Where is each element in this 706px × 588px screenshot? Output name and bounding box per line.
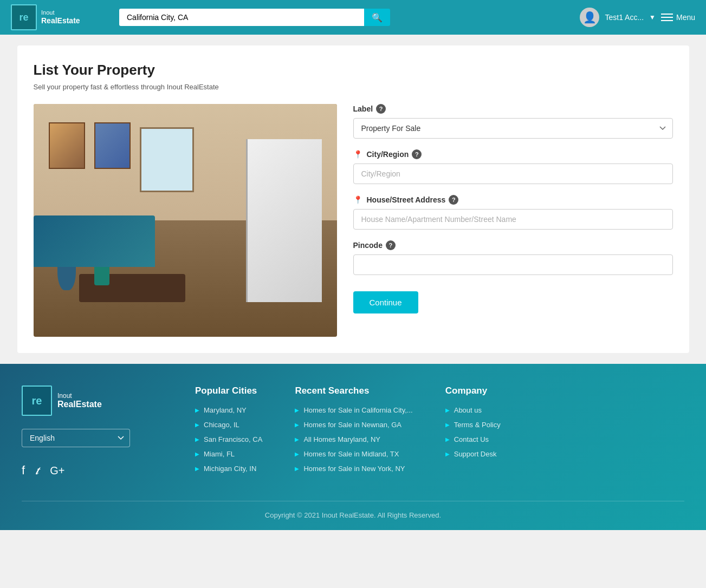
company-links-list: ▶ About us ▶ Terms & Policy ▶ Contact Us… — [445, 406, 501, 458]
chevron-right-icon: ▶ — [445, 422, 450, 428]
chevron-right-icon: ▶ — [445, 451, 450, 457]
pincode-label-text: Pincode — [353, 241, 383, 250]
facebook-icon[interactable]: f — [22, 463, 25, 478]
footer-popular-cities: Popular Cities ▶ Maryland, NY ▶ Chicago,… — [195, 386, 262, 479]
chevron-right-icon: ▶ — [445, 407, 450, 413]
pincode-field-label: Pincode ? — [353, 240, 673, 250]
logo-area: re Inout RealEstate — [11, 4, 108, 30]
label-help-icon[interactable]: ? — [376, 104, 386, 114]
list-item: ▶ Support Desk — [445, 450, 501, 458]
avatar: 👤 — [580, 8, 599, 27]
footer-company: Company ▶ About us ▶ Terms & Policy ▶ Co… — [445, 386, 501, 479]
chevron-right-icon: ▶ — [295, 407, 299, 413]
list-item: ▶ Maryland, NY — [195, 406, 262, 414]
address-input[interactable] — [353, 209, 673, 230]
room-photo — [34, 104, 337, 337]
search-button[interactable]: 🔍 — [364, 9, 390, 26]
recent-searches-list: ▶ Homes for Sale in California City,... … — [295, 406, 412, 473]
menu-button[interactable]: Menu — [661, 13, 695, 22]
search-link-4[interactable]: Homes for Sale in Midland, TX — [303, 450, 399, 458]
list-item: ▶ About us — [445, 406, 501, 414]
company-link-4[interactable]: Support Desk — [454, 450, 497, 458]
form-fields: Label ? Property For Sale Property For R… — [353, 104, 673, 337]
list-item: ▶ Terms & Policy — [445, 421, 501, 429]
city-help-icon[interactable]: ? — [412, 149, 422, 159]
list-item: ▶ Miami, FL — [195, 450, 262, 458]
main-content: List Your Property Sell your property fa… — [0, 35, 706, 364]
chevron-right-icon: ▶ — [195, 422, 199, 428]
company-title: Company — [445, 386, 501, 396]
company-link-2[interactable]: Terms & Policy — [454, 421, 501, 429]
footer: re Inout RealEstate English Spanish Fren… — [0, 364, 706, 530]
label-text: Label — [353, 104, 373, 113]
chevron-right-icon: ▶ — [295, 436, 299, 442]
property-image — [34, 104, 337, 337]
address-label-text: House/Street Address — [367, 195, 446, 204]
popular-cities-list: ▶ Maryland, NY ▶ Chicago, IL ▶ San Franc… — [195, 406, 262, 473]
pincode-help-icon[interactable]: ? — [386, 240, 396, 250]
chevron-right-icon: ▶ — [295, 422, 299, 428]
chevron-right-icon: ▶ — [195, 436, 199, 442]
footer-logo-icon: re — [22, 386, 52, 416]
chevron-right-icon: ▶ — [195, 451, 199, 457]
pincode-input[interactable] — [353, 254, 673, 275]
city-field-label: 📍 City/Region ? — [353, 149, 673, 159]
user-dropdown-arrow[interactable]: ▼ — [649, 14, 656, 21]
address-field-label: 📍 House/Street Address ? — [353, 195, 673, 205]
list-item: ▶ Homes for Sale in New York, NY — [295, 465, 412, 473]
search-bar: 🔍 — [119, 9, 390, 26]
list-item: ▶ Homes for Sale in Midland, TX — [295, 450, 412, 458]
language-select[interactable]: English Spanish French — [22, 429, 130, 447]
company-link-1[interactable]: About us — [454, 406, 482, 414]
popular-cities-title: Popular Cities — [195, 386, 262, 396]
list-item: ▶ Contact Us — [445, 435, 501, 443]
pincode-field-group: Pincode ? — [353, 240, 673, 275]
list-item: ▶ All Homes Maryland, NY — [295, 435, 412, 443]
footer-logo-text: Inout RealEstate — [57, 392, 102, 409]
header: re Inout RealEstate 🔍 👤 Test1 Acc... ▼ M… — [0, 0, 706, 35]
user-name: Test1 Acc... — [605, 13, 644, 22]
form-layout: Label ? Property For Sale Property For R… — [34, 104, 673, 337]
city-link-3[interactable]: San Francisco, CA — [204, 435, 262, 443]
city-field-group: 📍 City/Region ? — [353, 149, 673, 184]
city-link-1[interactable]: Maryland, NY — [204, 406, 247, 414]
footer-brand: re Inout RealEstate English Spanish Fren… — [22, 386, 163, 479]
pin-icon: 📍 — [353, 150, 362, 159]
city-link-4[interactable]: Miami, FL — [204, 450, 235, 458]
address-help-icon[interactable]: ? — [449, 195, 458, 205]
search-link-1[interactable]: Homes for Sale in California City,... — [303, 406, 412, 414]
footer-logo-realestate: RealEstate — [57, 400, 102, 409]
list-item: ▶ San Francisco, CA — [195, 435, 262, 443]
company-link-3[interactable]: Contact Us — [454, 435, 489, 443]
googleplus-icon[interactable]: G+ — [50, 465, 64, 477]
city-link-2[interactable]: Chicago, IL — [204, 421, 239, 429]
continue-button[interactable]: Continue — [353, 291, 418, 313]
social-icons: f 𝒕 G+ — [22, 463, 163, 478]
search-link-3[interactable]: All Homes Maryland, NY — [303, 435, 380, 443]
search-input[interactable] — [119, 9, 364, 26]
chevron-right-icon: ▶ — [295, 451, 299, 457]
logo-inout: Inout — [41, 9, 80, 16]
recent-searches-title: Recent Searches — [295, 386, 412, 396]
search-link-5[interactable]: Homes for Sale in New York, NY — [303, 465, 405, 473]
city-label-text: City/Region — [367, 150, 409, 159]
chevron-right-icon: ▶ — [195, 407, 199, 413]
list-property-card: List Your Property Sell your property fa… — [17, 45, 689, 353]
search-link-2[interactable]: Homes for Sale in Newnan, GA — [303, 421, 401, 429]
page-subtitle: Sell your property fast & effortless thr… — [34, 83, 673, 91]
city-input[interactable] — [353, 164, 673, 184]
footer-bottom: Copyright © 2021 Inout RealEstate. All R… — [22, 501, 684, 519]
footer-top: re Inout RealEstate English Spanish Fren… — [22, 386, 684, 479]
list-item: ▶ Homes for Sale in Newnan, GA — [295, 421, 412, 429]
header-right: 👤 Test1 Acc... ▼ Menu — [580, 8, 695, 27]
chevron-right-icon: ▶ — [195, 466, 199, 472]
twitter-icon[interactable]: 𝒕 — [36, 463, 39, 478]
city-link-5[interactable]: Michigan City, IN — [204, 465, 256, 473]
address-pin-icon: 📍 — [353, 195, 362, 204]
footer-logo-area: re Inout RealEstate — [22, 386, 163, 416]
label-select[interactable]: Property For Sale Property For Rent Land… — [353, 118, 673, 139]
list-item: ▶ Michigan City, IN — [195, 465, 262, 473]
logo-text: Inout RealEstate — [41, 9, 80, 25]
menu-label: Menu — [676, 13, 695, 22]
label-field-label: Label ? — [353, 104, 673, 114]
